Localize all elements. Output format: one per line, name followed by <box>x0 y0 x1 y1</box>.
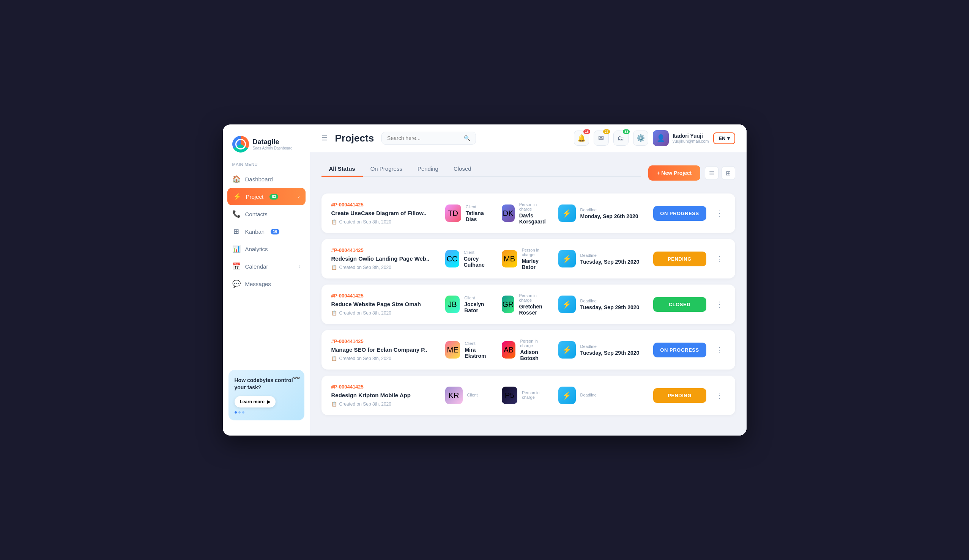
calendar-icon: 📅 <box>232 262 241 271</box>
learn-more-button[interactable]: Learn more ▶ <box>235 396 276 407</box>
calendar-icon: 📋 <box>331 356 337 361</box>
project-created: 📋 Created on Sep 8th, 2020 <box>331 310 438 316</box>
person-section: MB Person in charge Marley Bator <box>502 248 551 270</box>
user-info: 👤 Itadori Yuuji yuujikun@mail.com <box>653 130 709 146</box>
deadline-label: Deadline <box>580 299 639 303</box>
client-details: Client Tatiana Dias <box>466 204 494 222</box>
project-name: Create UseCase Diagram of Fillow.. <box>331 210 438 216</box>
person-section: GR Person in charge Gretchen Rosser <box>502 293 551 316</box>
logo-inner <box>235 139 246 150</box>
project-info: #P-000441425 Create UseCase Diagram of F… <box>331 202 438 224</box>
tab-on-progress[interactable]: On Progress <box>363 162 410 177</box>
tab-all-status[interactable]: All Status <box>321 162 363 177</box>
project-card: #P-000441425 Redesign Owlio Landing Page… <box>321 239 735 279</box>
status-button[interactable]: ON PROGRESS <box>653 206 706 221</box>
notification-folder-button[interactable]: 🗂 83 <box>613 131 629 146</box>
folder-badge: 83 <box>623 130 630 134</box>
person-name: Adison Botosh <box>520 349 550 361</box>
sidebar-item-label: Contacts <box>245 211 268 218</box>
language-button[interactable]: EN ▾ <box>713 133 735 144</box>
project-id: #P-000441425 <box>331 339 438 344</box>
promo-dots <box>235 411 298 414</box>
waves-icon: 〰️ <box>292 374 301 382</box>
sidebar-item-calendar[interactable]: 📅 Calendar › <box>223 258 310 275</box>
kanban-icon: ⊞ <box>232 227 241 236</box>
header-actions: 🔔 16 ✉ 27 🗂 83 ⚙️ 👤 Itadori Yuuji yuujik <box>574 130 735 146</box>
calendar-icon: 📋 <box>331 401 337 407</box>
client-section: TD Client Tatiana Dias <box>445 204 494 222</box>
chat-icon: 💬 <box>232 280 241 288</box>
project-id: #P-000441425 <box>331 202 438 208</box>
settings-button[interactable]: ⚙️ <box>633 131 648 146</box>
client-details: Client <box>467 393 478 398</box>
deadline-date: Tuesday, Sep 29th 2020 <box>580 259 639 265</box>
user-email: yuujikun@mail.com <box>673 139 709 143</box>
project-badge: 83 <box>270 194 278 199</box>
more-options-button[interactable]: ⋮ <box>714 299 725 310</box>
client-section: KR Client <box>445 387 494 404</box>
client-details: Client Mira Ekstrom <box>465 341 494 359</box>
person-label: Person in charge <box>519 202 551 211</box>
tabs-row: All Status On Progress Pending Closed + … <box>321 162 735 184</box>
home-icon: 🏠 <box>232 175 241 183</box>
bell-badge: 16 <box>583 130 590 134</box>
person-details: Person in charge Davis Korsgaard <box>519 202 551 224</box>
client-label: Client <box>464 250 494 254</box>
project-name: Reduce Website Page Size Omah <box>331 301 438 307</box>
more-options-button[interactable]: ⋮ <box>714 253 725 264</box>
main-content: ☰ Projects 🔍 🔔 16 ✉ 27 🗂 83 <box>310 125 747 435</box>
sidebar-item-dashboard[interactable]: 🏠 Dashboard <box>223 170 310 188</box>
status-button[interactable]: PENDING <box>653 251 706 266</box>
person-details: Person in charge Marley Bator <box>522 248 551 270</box>
person-details: Person in charge <box>522 391 550 400</box>
notification-bell-button[interactable]: 🔔 16 <box>574 131 589 146</box>
lightning-icon: ⚡ <box>233 192 241 201</box>
deadline-label: Deadline <box>580 393 597 397</box>
status-button[interactable]: PENDING <box>653 388 706 403</box>
search-input[interactable] <box>387 135 460 141</box>
person-name: Gretchen Rosser <box>519 304 550 316</box>
header: ☰ Projects 🔍 🔔 16 ✉ 27 🗂 83 <box>310 125 747 152</box>
sidebar-item-analytics[interactable]: 📊 Analytics <box>223 240 310 258</box>
client-name: Corey Culhane <box>464 256 494 268</box>
view-toggle: ☰ ⊞ <box>705 166 735 180</box>
client-avatar: KR <box>445 387 463 404</box>
hamburger-icon[interactable]: ☰ <box>321 134 328 142</box>
sidebar-item-messages[interactable]: 💬 Messages <box>223 275 310 292</box>
deadline-section: ⚡ Deadline Tuesday, Sep 29th 2020 <box>558 296 646 313</box>
deadline-section: ⚡ Deadline Tuesday, Sep 29th 2020 <box>558 250 646 268</box>
status-button[interactable]: CLOSED <box>653 297 706 312</box>
person-label: Person in charge <box>520 339 550 348</box>
deadline-details: Deadline <box>580 393 597 398</box>
tab-closed[interactable]: Closed <box>446 162 479 177</box>
notification-mail-button[interactable]: ✉ 27 <box>594 131 609 146</box>
more-options-button[interactable]: ⋮ <box>714 344 725 356</box>
sidebar-item-kanban[interactable]: ⊞ Kanban 16 <box>223 223 310 240</box>
client-details: Client Corey Culhane <box>464 250 494 268</box>
person-name: Davis Korsgaard <box>519 213 551 224</box>
sidebar-item-label: Project <box>246 193 264 200</box>
more-options-button[interactable]: ⋮ <box>714 208 725 219</box>
client-name: Tatiana Dias <box>466 210 494 222</box>
logo-icon <box>232 136 249 153</box>
client-section: CC Client Corey Culhane <box>445 250 494 268</box>
status-button[interactable]: ON PROGRESS <box>653 342 706 357</box>
more-options-button[interactable]: ⋮ <box>714 390 725 401</box>
sidebar-item-project[interactable]: ⚡ Project 83 › <box>227 188 306 205</box>
project-id: #P-000441425 <box>331 293 438 299</box>
grid-view-button[interactable]: ⊞ <box>721 166 735 180</box>
menu-label: Main Menu <box>223 160 310 170</box>
person-section: DK Person in charge Davis Korsgaard <box>502 202 551 224</box>
tab-pending[interactable]: Pending <box>410 162 446 177</box>
dot-2 <box>238 411 241 414</box>
list-view-button[interactable]: ☰ <box>705 166 719 180</box>
page-title: Projects <box>335 133 374 144</box>
person-label: Person in charge <box>522 248 551 257</box>
sidebar-item-contacts[interactable]: 📞 Contacts <box>223 205 310 223</box>
person-avatar: MB <box>502 250 517 268</box>
project-card: #P-000441425 Manage SEO for Eclan Compan… <box>321 330 735 369</box>
new-project-button[interactable]: + New Project <box>648 165 700 181</box>
person-avatar: AB <box>502 341 516 359</box>
calendar-icon: 📋 <box>331 310 337 316</box>
logo-sub: Saas Admin Dashboard <box>253 146 293 150</box>
